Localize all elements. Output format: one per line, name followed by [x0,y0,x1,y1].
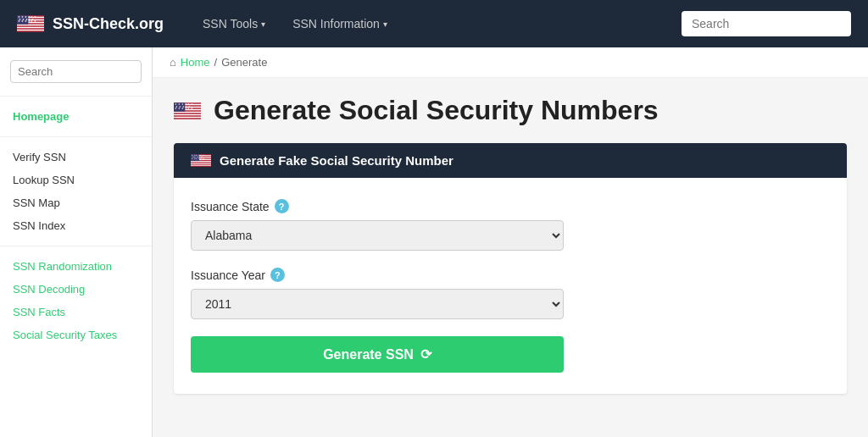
card-header: ★ ★ ★ ★ ★ ★ ★ ★ ★ ★ ★ ★ ★ ★ ★ ★ ★ Genera… [174,143,847,178]
issuance-state-help-icon[interactable]: ? [275,199,289,213]
nav-information[interactable]: SSN Information ▾ [279,0,401,47]
navbar-search-container [682,11,851,36]
svg-rect-16 [174,113,201,115]
chevron-down-icon: ▾ [261,19,265,29]
sidebar-item-verify-ssn[interactable]: Verify SSN [0,146,152,169]
navbar: ★ ★ ★ ★ ★ ★ ★ ★ ★ ★ ★ ★ ★ ★ ★ ★ ★ SSN-Ch… [0,0,868,47]
sidebar-item-ssn-facts[interactable]: SSN Facts [0,301,152,324]
sidebar-item-ssn-map[interactable]: SSN Map [0,191,152,214]
breadcrumb-current: Generate [221,56,267,69]
svg-rect-26 [191,161,211,162]
card-body: Issuance State ? Any State Alabama Alask… [174,178,847,394]
navbar-search-input[interactable] [682,11,851,36]
breadcrumb-home[interactable]: Home [181,56,210,69]
svg-rect-15 [174,111,201,113]
sidebar-search-container [0,60,152,97]
issuance-state-label: Issuance State ? [191,199,830,213]
nav-tools-label: SSN Tools [203,17,258,30]
svg-rect-4 [17,25,44,26]
generate-ssn-button[interactable]: Generate SSN ⟳ [191,336,564,373]
svg-rect-27 [191,163,211,163]
issuance-year-select[interactable]: Any Year 2009 2010 2011 2012 2013 [191,289,564,319]
breadcrumb: ⌂ Home / Generate [153,47,868,78]
sidebar-divider-1 [0,136,152,137]
flag-icon: ★ ★ ★ ★ ★ ★ ★ ★ ★ ★ ★ ★ ★ ★ ★ ★ ★ [17,15,44,32]
nav-menu: SSN Tools ▾ SSN Information ▾ [189,0,682,47]
sidebar-item-ssn-randomization[interactable]: SSN Randomization [0,255,152,278]
issuance-state-group: Issuance State ? Any State Alabama Alask… [191,199,830,251]
nav-tools[interactable]: SSN Tools ▾ [189,0,279,47]
main-content: ⌂ Home / Generate ★ ★ ★ ★ ★ ★ [153,47,868,437]
svg-rect-5 [17,27,44,29]
brand-logo[interactable]: ★ ★ ★ ★ ★ ★ ★ ★ ★ ★ ★ ★ ★ ★ ★ ★ ★ SSN-Ch… [17,15,164,33]
page-title-container: ★ ★ ★ ★ ★ ★ ★ ★ ★ ★ ★ ★ ★ ★ ★ ★ ★ Genera… [174,95,847,126]
issuance-year-group: Issuance Year ? Any Year 2009 2010 2011 … [191,268,830,319]
issuance-year-help-icon[interactable]: ? [270,268,285,282]
sidebar-item-homepage[interactable]: Homepage [0,105,152,128]
breadcrumb-separator: / [214,56,218,69]
issuance-year-label: Issuance Year ? [191,268,830,282]
sidebar-item-lookup-ssn[interactable]: Lookup SSN [0,169,152,191]
page-title: Generate Social Security Numbers [214,95,659,126]
sidebar: Homepage Verify SSN Lookup SSN SSN Map S… [0,47,153,437]
nav-info-label: SSN Information [292,17,380,30]
title-flag-icon: ★ ★ ★ ★ ★ ★ ★ ★ ★ ★ ★ ★ ★ ★ ★ ★ ★ [174,102,201,119]
content-area: ★ ★ ★ ★ ★ ★ ★ ★ ★ ★ ★ ★ ★ ★ ★ ★ ★ Genera… [153,78,868,411]
sidebar-item-ssn-index[interactable]: SSN Index [0,214,152,237]
chevron-down-icon: ▾ [383,19,387,29]
generate-card: ★ ★ ★ ★ ★ ★ ★ ★ ★ ★ ★ ★ ★ ★ ★ ★ ★ Genera… [174,143,847,394]
sidebar-item-social-security-taxes[interactable]: Social Security Taxes [0,324,152,346]
brand-name: SSN-Check.org [53,15,164,33]
sidebar-item-ssn-decoding[interactable]: SSN Decoding [0,278,152,301]
svg-rect-17 [174,116,201,118]
generate-ssn-label: Generate SSN [323,347,414,362]
refresh-icon: ⟳ [420,346,431,362]
home-icon: ⌂ [170,56,176,69]
sidebar-divider-2 [0,246,152,246]
svg-text:★ ★ ★ ★ ★ ★: ★ ★ ★ ★ ★ ★ [175,107,193,110]
svg-text:★ ★ ★ ★ ★ ★: ★ ★ ★ ★ ★ ★ [18,19,36,23]
svg-rect-6 [17,30,44,31]
page-layout: Homepage Verify SSN Lookup SSN SSN Map S… [0,47,868,437]
card-header-label: Generate Fake Social Security Number [220,153,453,168]
issuance-state-select[interactable]: Any State Alabama Alaska Arizona Arkansa… [191,220,564,251]
card-header-flag-icon: ★ ★ ★ ★ ★ ★ ★ ★ ★ ★ ★ ★ ★ ★ ★ ★ ★ [191,154,211,167]
svg-rect-28 [191,165,211,166]
sidebar-search-input[interactable] [10,60,142,83]
